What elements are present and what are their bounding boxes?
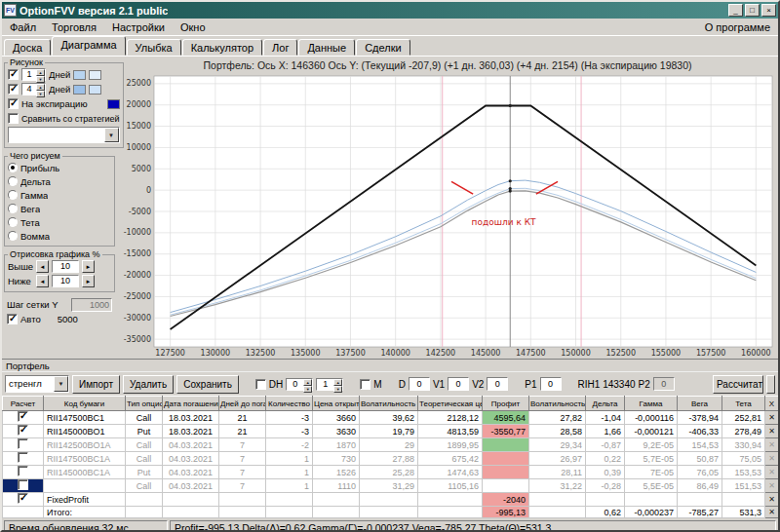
save-button[interactable]: Сохранить [176, 375, 239, 394]
row-calc-checkbox[interactable] [18, 438, 28, 449]
menu-item[interactable]: Настройки [104, 20, 173, 34]
below-increase-icon[interactable]: ► [82, 275, 95, 287]
menu-item[interactable]: Файл [2, 20, 44, 34]
radio-icon[interactable] [8, 204, 18, 213]
column-header[interactable]: Цена открытия [313, 397, 360, 411]
calculate-button[interactable]: Рассчитать [713, 375, 763, 394]
calc-cell[interactable] [3, 507, 44, 518]
spin-down-icon[interactable]: ▼ [36, 91, 45, 97]
spin-up-icon[interactable]: ▲ [36, 69, 45, 76]
compare-checkbox[interactable] [8, 113, 19, 124]
below-value[interactable]: 10 [52, 275, 79, 287]
spin-down-icon[interactable]: ▼ [333, 386, 342, 393]
row-calc-checkbox[interactable] [18, 452, 28, 463]
column-header[interactable]: Волатильность [529, 397, 586, 411]
v2-field[interactable]: 0 [487, 377, 508, 391]
column-header[interactable]: Волатильность открытия [360, 397, 418, 411]
calc-cell[interactable] [3, 425, 44, 438]
column-header[interactable]: Код бумаги [44, 397, 126, 411]
v1-field[interactable]: 0 [448, 377, 469, 391]
row-calc-checkbox[interactable] [18, 425, 28, 436]
m-checkbox[interactable] [360, 379, 370, 390]
table-row[interactable]: FixedProfit-2040✕ [3, 493, 779, 507]
day1-checkbox[interactable] [8, 69, 19, 80]
draw-option[interactable]: Вега [8, 202, 111, 215]
draw-option[interactable]: Вомма [8, 229, 111, 243]
tab-item[interactable]: Калькулятор [182, 39, 262, 56]
row-calc-checkbox[interactable] [18, 493, 28, 504]
draw-option[interactable]: Дельта [8, 174, 111, 188]
p1-field[interactable]: 0 [540, 377, 562, 391]
table-row[interactable]: RII145000BO1Put18.03.202121-3363019,7948… [3, 425, 779, 438]
column-header[interactable]: Дней до погашения [219, 397, 266, 411]
delete-row-button[interactable]: ✕ [765, 411, 779, 425]
tab-item[interactable]: Данные [298, 39, 355, 56]
delete-row-button[interactable]: ✕ [765, 479, 779, 493]
dh-spinner-2[interactable]: 1▲▼ [316, 378, 343, 391]
row-calc-checkbox[interactable] [18, 466, 28, 476]
spin-up-icon[interactable]: ▲ [333, 379, 342, 386]
row-calc-checkbox[interactable] [18, 479, 28, 490]
delete-row-button[interactable]: ✕ [765, 438, 779, 452]
column-header[interactable]: Дельта [586, 397, 625, 411]
delete-row-button[interactable]: ✕ [765, 425, 779, 438]
column-header[interactable]: Вега [678, 397, 722, 411]
radio-icon[interactable] [8, 163, 18, 172]
table-row[interactable]: RII145000BC1APut04.03.202171152625,28147… [3, 466, 779, 479]
column-header[interactable]: Дата погашения [163, 397, 219, 411]
radio-icon[interactable] [8, 231, 18, 241]
delete-row-button[interactable]: ✕ [765, 452, 779, 466]
delete-button[interactable]: Удалить [123, 375, 174, 394]
table-row[interactable]: Итого:-995,130,62-0,000237-785,27531,3✕ [3, 507, 779, 518]
tab-item[interactable]: Диаграмма [52, 36, 125, 56]
dh-checkbox[interactable] [255, 379, 266, 390]
table-row[interactable]: Call04.03.202171111031,291105,1631,22-0,… [3, 479, 779, 493]
column-header[interactable]: Гамма [625, 397, 678, 411]
expiration-checkbox[interactable] [8, 98, 19, 109]
day2-color-swatch-2[interactable] [89, 85, 101, 95]
above-increase-icon[interactable]: ► [82, 260, 95, 273]
draw-option[interactable]: Тета [8, 215, 111, 229]
calc-cell[interactable] [3, 452, 44, 466]
calc-cell[interactable] [3, 479, 44, 493]
minimize-button[interactable]: _ [728, 4, 743, 17]
delete-row-button[interactable]: ✕ [765, 466, 779, 479]
draw-option[interactable]: Гамма [8, 188, 111, 202]
radio-icon[interactable] [8, 190, 18, 200]
column-header[interactable]: Количество [266, 397, 313, 411]
panel-toggle-button[interactable] [766, 375, 775, 394]
calc-cell[interactable] [3, 493, 44, 507]
spin-up-icon[interactable]: ▲ [303, 379, 312, 386]
calc-cell[interactable] [3, 466, 44, 479]
day1-color-swatch-2[interactable] [89, 70, 101, 80]
row-calc-checkbox[interactable] [18, 411, 28, 422]
menu-item[interactable]: Окно [173, 20, 214, 34]
day2-count-spinner[interactable]: 4▲▼ [21, 83, 46, 95]
menu-about[interactable]: О программе [697, 21, 778, 33]
dh-spinner-1[interactable]: 0▲▼ [286, 378, 313, 391]
spin-up-icon[interactable]: ▲ [36, 84, 45, 91]
day1-count-spinner[interactable]: 1▲▼ [21, 68, 46, 81]
below-decrease-icon[interactable]: ◄ [36, 275, 49, 287]
column-header[interactable]: Расчет [3, 397, 44, 411]
day2-checkbox[interactable] [8, 84, 19, 95]
compare-strategy-dropdown[interactable]: ▼ [8, 127, 120, 143]
d-field[interactable]: 0 [409, 377, 430, 391]
tab-item[interactable]: Лог [263, 39, 297, 56]
tab-item[interactable]: Улыбка [127, 39, 181, 56]
spin-down-icon[interactable]: ▼ [36, 76, 45, 83]
table-row[interactable]: RII142500BO1ACall04.03.20217-21870291899… [3, 438, 779, 452]
auto-grid-checkbox[interactable] [7, 314, 18, 324]
calc-cell[interactable] [3, 411, 44, 425]
tab-item[interactable]: Сделки [356, 39, 410, 56]
day2-color-swatch-1[interactable] [73, 85, 86, 95]
column-header[interactable]: Теоретическая цена [418, 397, 483, 411]
column-header[interactable]: X [765, 397, 779, 411]
above-decrease-icon[interactable]: ◄ [36, 260, 49, 273]
radio-icon[interactable] [8, 176, 18, 186]
calc-cell[interactable] [3, 438, 44, 452]
strategy-dropdown[interactable]: стренгл ▼ [5, 375, 69, 393]
table-row[interactable]: RII147500BC1Call18.03.202121-3366039,622… [3, 411, 779, 425]
dropdown-arrow-icon[interactable]: ▼ [54, 376, 68, 392]
table-row[interactable]: RII147500BC1ACall04.03.20217173027,88675… [3, 452, 779, 466]
